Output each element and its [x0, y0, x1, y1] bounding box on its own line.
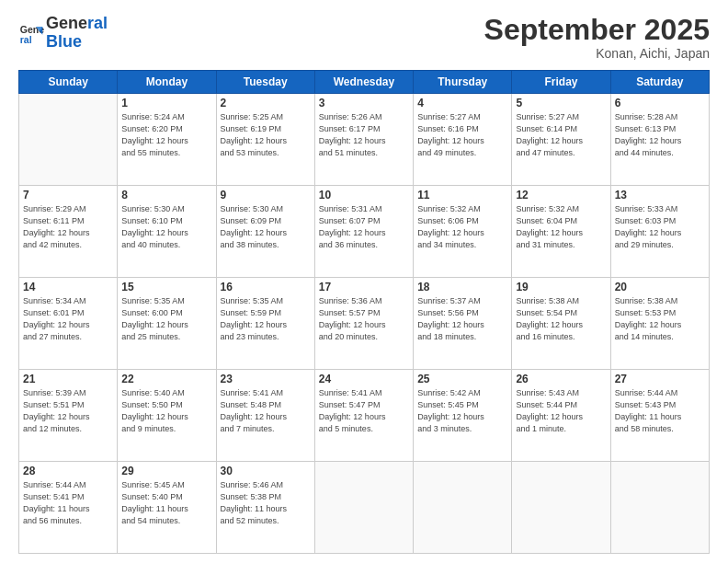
logo: Gene ral General Blue	[18, 15, 108, 52]
day-number: 6	[615, 97, 705, 109]
calendar-week-row: 14Sunrise: 5:34 AM Sunset: 6:01 PM Dayli…	[19, 278, 710, 370]
day-info: Sunrise: 5:35 AM Sunset: 5:59 PM Dayligh…	[221, 295, 311, 343]
day-info: Sunrise: 5:32 AM Sunset: 6:04 PM Dayligh…	[516, 203, 606, 251]
calendar-cell: 30Sunrise: 5:46 AM Sunset: 5:38 PM Dayli…	[216, 462, 314, 554]
calendar-cell: 23Sunrise: 5:41 AM Sunset: 5:48 PM Dayli…	[216, 370, 314, 462]
day-info: Sunrise: 5:40 AM Sunset: 5:50 PM Dayligh…	[121, 387, 211, 435]
calendar-cell	[512, 462, 610, 554]
day-info: Sunrise: 5:25 AM Sunset: 6:19 PM Dayligh…	[221, 111, 311, 159]
calendar-week-row: 1Sunrise: 5:24 AM Sunset: 6:20 PM Daylig…	[19, 94, 710, 186]
calendar-cell: 13Sunrise: 5:33 AM Sunset: 6:03 PM Dayli…	[610, 186, 709, 278]
day-info: Sunrise: 5:26 AM Sunset: 6:17 PM Dayligh…	[319, 111, 409, 159]
calendar-cell: 26Sunrise: 5:43 AM Sunset: 5:44 PM Dayli…	[512, 370, 610, 462]
day-info: Sunrise: 5:44 AM Sunset: 5:43 PM Dayligh…	[615, 387, 705, 435]
day-info: Sunrise: 5:31 AM Sunset: 6:07 PM Dayligh…	[319, 203, 409, 251]
day-info: Sunrise: 5:37 AM Sunset: 5:56 PM Dayligh…	[417, 295, 507, 343]
day-number: 1	[121, 97, 211, 109]
weekday-header-row: SundayMondayTuesdayWednesdayThursdayFrid…	[19, 71, 710, 94]
calendar-cell: 12Sunrise: 5:32 AM Sunset: 6:04 PM Dayli…	[512, 186, 610, 278]
day-number: 25	[417, 373, 507, 385]
calendar-cell: 20Sunrise: 5:38 AM Sunset: 5:53 PM Dayli…	[610, 278, 709, 370]
calendar-cell: 4Sunrise: 5:27 AM Sunset: 6:16 PM Daylig…	[414, 94, 512, 186]
day-info: Sunrise: 5:27 AM Sunset: 6:16 PM Dayligh…	[417, 111, 507, 159]
day-number: 16	[221, 281, 311, 293]
calendar-cell: 15Sunrise: 5:35 AM Sunset: 6:00 PM Dayli…	[118, 278, 216, 370]
day-number: 4	[417, 97, 507, 109]
day-number: 29	[121, 465, 211, 477]
day-info: Sunrise: 5:24 AM Sunset: 6:20 PM Dayligh…	[121, 111, 211, 159]
calendar-cell: 3Sunrise: 5:26 AM Sunset: 6:17 PM Daylig…	[314, 94, 413, 186]
day-number: 7	[23, 189, 113, 201]
day-number: 19	[516, 281, 606, 293]
calendar-cell: 14Sunrise: 5:34 AM Sunset: 6:01 PM Dayli…	[19, 278, 118, 370]
day-info: Sunrise: 5:27 AM Sunset: 6:14 PM Dayligh…	[516, 111, 606, 159]
day-number: 3	[319, 97, 409, 109]
day-info: Sunrise: 5:41 AM Sunset: 5:47 PM Dayligh…	[319, 387, 409, 435]
calendar-cell: 25Sunrise: 5:42 AM Sunset: 5:45 PM Dayli…	[414, 370, 512, 462]
day-info: Sunrise: 5:35 AM Sunset: 6:00 PM Dayligh…	[121, 295, 211, 343]
day-number: 22	[121, 373, 211, 385]
calendar-cell: 5Sunrise: 5:27 AM Sunset: 6:14 PM Daylig…	[512, 94, 610, 186]
day-info: Sunrise: 5:38 AM Sunset: 5:53 PM Dayligh…	[615, 295, 705, 343]
day-info: Sunrise: 5:33 AM Sunset: 6:03 PM Dayligh…	[615, 203, 705, 251]
day-number: 11	[417, 189, 507, 201]
weekday-header-tuesday: Tuesday	[216, 71, 314, 94]
day-number: 14	[23, 281, 113, 293]
day-info: Sunrise: 5:41 AM Sunset: 5:48 PM Dayligh…	[221, 387, 311, 435]
day-info: Sunrise: 5:38 AM Sunset: 5:54 PM Dayligh…	[516, 295, 606, 343]
day-number: 27	[615, 373, 705, 385]
calendar-cell: 1Sunrise: 5:24 AM Sunset: 6:20 PM Daylig…	[118, 94, 216, 186]
calendar-cell	[19, 94, 118, 186]
weekday-header-wednesday: Wednesday	[314, 71, 413, 94]
day-info: Sunrise: 5:46 AM Sunset: 5:38 PM Dayligh…	[221, 479, 311, 527]
day-info: Sunrise: 5:29 AM Sunset: 6:11 PM Dayligh…	[23, 203, 113, 251]
calendar-cell: 16Sunrise: 5:35 AM Sunset: 5:59 PM Dayli…	[216, 278, 314, 370]
calendar-cell	[414, 462, 512, 554]
title-section: September 2025 Konan, Aichi, Japan	[484, 15, 710, 61]
calendar-cell: 17Sunrise: 5:36 AM Sunset: 5:57 PM Dayli…	[314, 278, 413, 370]
calendar-week-row: 21Sunrise: 5:39 AM Sunset: 5:51 PM Dayli…	[19, 370, 710, 462]
day-info: Sunrise: 5:34 AM Sunset: 6:01 PM Dayligh…	[23, 295, 113, 343]
calendar-cell: 24Sunrise: 5:41 AM Sunset: 5:47 PM Dayli…	[314, 370, 413, 462]
calendar-cell: 21Sunrise: 5:39 AM Sunset: 5:51 PM Dayli…	[19, 370, 118, 462]
header: Gene ral General Blue September 2025 Kon…	[18, 15, 710, 61]
calendar-cell: 6Sunrise: 5:28 AM Sunset: 6:13 PM Daylig…	[610, 94, 709, 186]
day-number: 15	[121, 281, 211, 293]
day-number: 12	[516, 189, 606, 201]
day-number: 20	[615, 281, 705, 293]
calendar-cell: 22Sunrise: 5:40 AM Sunset: 5:50 PM Dayli…	[118, 370, 216, 462]
calendar-week-row: 28Sunrise: 5:44 AM Sunset: 5:41 PM Dayli…	[19, 462, 710, 554]
day-info: Sunrise: 5:39 AM Sunset: 5:51 PM Dayligh…	[23, 387, 113, 435]
day-info: Sunrise: 5:32 AM Sunset: 6:06 PM Dayligh…	[417, 203, 507, 251]
calendar-cell: 9Sunrise: 5:30 AM Sunset: 6:09 PM Daylig…	[216, 186, 314, 278]
weekday-header-friday: Friday	[512, 71, 610, 94]
calendar-cell	[610, 462, 709, 554]
day-number: 26	[516, 373, 606, 385]
calendar-table: SundayMondayTuesdayWednesdayThursdayFrid…	[18, 70, 710, 554]
day-number: 10	[319, 189, 409, 201]
calendar-cell: 11Sunrise: 5:32 AM Sunset: 6:06 PM Dayli…	[414, 186, 512, 278]
day-number: 28	[23, 465, 113, 477]
day-number: 2	[221, 97, 311, 109]
month-title: September 2025	[484, 15, 710, 44]
location-subtitle: Konan, Aichi, Japan	[484, 46, 710, 61]
day-number: 5	[516, 97, 606, 109]
calendar-cell	[314, 462, 413, 554]
day-info: Sunrise: 5:28 AM Sunset: 6:13 PM Dayligh…	[615, 111, 705, 159]
day-info: Sunrise: 5:44 AM Sunset: 5:41 PM Dayligh…	[23, 479, 113, 527]
day-number: 13	[615, 189, 705, 201]
weekday-header-thursday: Thursday	[414, 71, 512, 94]
weekday-header-sunday: Sunday	[19, 71, 118, 94]
calendar-week-row: 7Sunrise: 5:29 AM Sunset: 6:11 PM Daylig…	[19, 186, 710, 278]
calendar-cell: 19Sunrise: 5:38 AM Sunset: 5:54 PM Dayli…	[512, 278, 610, 370]
calendar-cell: 2Sunrise: 5:25 AM Sunset: 6:19 PM Daylig…	[216, 94, 314, 186]
calendar-cell: 28Sunrise: 5:44 AM Sunset: 5:41 PM Dayli…	[19, 462, 118, 554]
day-number: 9	[221, 189, 311, 201]
calendar-cell: 27Sunrise: 5:44 AM Sunset: 5:43 PM Dayli…	[610, 370, 709, 462]
logo-text: General Blue	[46, 15, 108, 52]
day-info: Sunrise: 5:45 AM Sunset: 5:40 PM Dayligh…	[121, 479, 211, 527]
calendar-cell: 18Sunrise: 5:37 AM Sunset: 5:56 PM Dayli…	[414, 278, 512, 370]
day-info: Sunrise: 5:30 AM Sunset: 6:10 PM Dayligh…	[121, 203, 211, 251]
day-number: 21	[23, 373, 113, 385]
svg-text:ral: ral	[20, 33, 32, 44]
